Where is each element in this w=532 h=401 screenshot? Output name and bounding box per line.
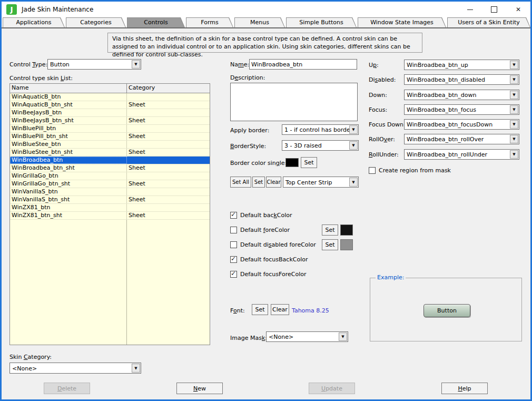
table-row[interactable]: WinAquaticB_btn bbox=[10, 93, 210, 101]
chevron-down-icon[interactable] bbox=[349, 178, 358, 187]
state-select-roll-under[interactable]: WinBroadbea_btn_rollUnder bbox=[404, 149, 519, 160]
table-row[interactable]: WinGrillaGo_btn bbox=[10, 172, 210, 180]
table-row[interactable]: WinGrillaGo_btn_shtSheet bbox=[10, 180, 210, 188]
tab-simple-buttons[interactable]: Simple Buttons bbox=[286, 17, 357, 27]
maximize-button[interactable] bbox=[482, 2, 506, 17]
chevron-down-icon[interactable] bbox=[510, 120, 518, 129]
chevron-down-icon[interactable] bbox=[510, 150, 518, 159]
clear-button[interactable]: Clear bbox=[266, 177, 281, 188]
table-row[interactable]: WinBeeJaysB_btn_shtSheet bbox=[10, 117, 210, 125]
update-button[interactable]: Update bbox=[309, 383, 355, 394]
chevron-down-icon[interactable] bbox=[510, 61, 518, 69]
example-button-label: Button bbox=[437, 307, 457, 314]
chevron-down-icon[interactable] bbox=[339, 332, 347, 341]
image-mask-select[interactable]: <None> bbox=[266, 331, 348, 342]
table-row[interactable]: WinBluePill_btn_shtSheet bbox=[10, 133, 210, 141]
tab-menus[interactable]: Menus bbox=[234, 17, 285, 27]
help-button[interactable]: Help bbox=[441, 383, 488, 394]
table-row[interactable]: WinBlueStee_btn bbox=[10, 141, 210, 149]
table-row[interactable]: WinZX81_btn_shtSheet bbox=[10, 212, 210, 220]
chevron-down-icon[interactable] bbox=[349, 125, 358, 134]
delete-button[interactable]: Delete bbox=[44, 383, 90, 394]
set-all-button[interactable]: Set All bbox=[230, 177, 251, 188]
default-forecolor-checkbox[interactable] bbox=[230, 227, 237, 233]
name-input[interactable] bbox=[249, 59, 357, 70]
cell-category bbox=[127, 93, 210, 101]
chevron-down-icon[interactable] bbox=[132, 364, 140, 373]
column-header-name[interactable]: Name bbox=[10, 84, 127, 93]
table-row[interactable]: WinBlueStee_btn_shtSheet bbox=[10, 149, 210, 157]
minimize-icon bbox=[467, 9, 473, 10]
font-set-button[interactable]: Set bbox=[252, 304, 268, 315]
control-type-label: Control Type: bbox=[9, 61, 47, 68]
font-clear-button[interactable]: Clear bbox=[271, 304, 289, 315]
table-row[interactable]: WinBroadbea_btn_shtSheet bbox=[10, 164, 210, 172]
default-focusforecolor-row: Default focusForeColor bbox=[230, 270, 306, 278]
apply-border-select[interactable]: 1 - if control has border bbox=[282, 124, 359, 135]
close-icon: ✕ bbox=[516, 6, 521, 13]
description-textarea[interactable] bbox=[230, 83, 358, 121]
tab-users-of-a-skin-entity[interactable]: Users of a Skin Entity bbox=[447, 17, 530, 27]
table-row[interactable]: WinZX81_btn bbox=[10, 204, 210, 212]
new-button[interactable]: New bbox=[176, 383, 223, 394]
border-style-value: 3 - 3D raised bbox=[284, 142, 322, 149]
default-backcolor-checkbox[interactable] bbox=[230, 212, 237, 219]
state-select-focus-down[interactable]: WinBroadbea_btn_focusDown bbox=[404, 119, 519, 130]
state-select-focus[interactable]: WinBroadbea_btn_focus bbox=[404, 104, 519, 115]
cell-name: WinBlueStee_btn_sht bbox=[10, 149, 127, 156]
default-focusforecolor-checkbox[interactable] bbox=[230, 271, 237, 278]
cell-category bbox=[127, 125, 210, 132]
cell-name: WinGrillaGo_btn_sht bbox=[10, 180, 127, 188]
state-select-down[interactable]: WinBroadbea_btn_down bbox=[404, 90, 519, 100]
example-button[interactable]: Button bbox=[423, 304, 470, 317]
state-label-roll-over: RollOver: bbox=[369, 136, 395, 143]
close-button[interactable]: ✕ bbox=[506, 2, 530, 17]
create-region-checkbox[interactable] bbox=[369, 167, 376, 174]
chevron-down-icon[interactable] bbox=[510, 91, 518, 99]
set-button[interactable]: Set bbox=[252, 177, 265, 188]
tab-categories[interactable]: Categories bbox=[66, 17, 126, 27]
tab-applications[interactable]: Applications bbox=[3, 17, 65, 27]
strip-select[interactable]: Top Center Strip bbox=[283, 177, 359, 188]
tab-label: Menus bbox=[234, 17, 285, 27]
chevron-down-icon[interactable] bbox=[349, 141, 358, 150]
table-row[interactable]: WinAquaticB_btn_shtSheet bbox=[10, 101, 210, 109]
default-focusbackcolor-checkbox[interactable] bbox=[230, 256, 237, 263]
skin-category-select[interactable]: <None> bbox=[9, 363, 141, 374]
border-style-select[interactable]: 3 - 3D raised bbox=[282, 140, 359, 151]
default-disabled-forecolor-checkbox[interactable] bbox=[230, 241, 237, 248]
forecolor-set-button[interactable]: Set bbox=[322, 224, 338, 236]
state-select-up[interactable]: WinBroadbea_btn_up bbox=[404, 60, 519, 70]
cell-category: Sheet bbox=[127, 117, 210, 124]
cell-name: WinBeeJaysB_btn bbox=[10, 109, 127, 116]
control-type-value: Button bbox=[50, 61, 70, 68]
cell-category: Sheet bbox=[127, 196, 210, 203]
control-type-select[interactable]: Button bbox=[47, 59, 141, 70]
chevron-down-icon[interactable] bbox=[132, 60, 140, 69]
chevron-down-icon[interactable] bbox=[510, 75, 518, 84]
table-row[interactable]: WinBluePill_btn bbox=[10, 125, 210, 133]
default-focusforecolor-label: Default focusForeColor bbox=[240, 271, 306, 278]
table-row[interactable]: WinVanillaS_btn bbox=[10, 188, 210, 196]
tab-forms[interactable]: Forms bbox=[186, 17, 233, 27]
table-row[interactable]: WinBroadbea_btn bbox=[10, 157, 210, 164]
table-row[interactable]: WinVanillaS_btn_shtSheet bbox=[10, 196, 210, 204]
state-select-roll-over[interactable]: WinBroadbea_btn_rollOver bbox=[404, 134, 519, 144]
tab-window-state-images[interactable]: Window State Images bbox=[358, 17, 446, 27]
chevron-down-icon[interactable] bbox=[510, 105, 518, 114]
table-row[interactable]: WinBeeJaysB_btn bbox=[10, 109, 210, 117]
apply-border-label: Apply border: bbox=[230, 127, 269, 134]
minimize-button[interactable] bbox=[458, 2, 482, 17]
disabled-forecolor-swatch bbox=[340, 239, 353, 250]
chevron-down-icon[interactable] bbox=[510, 135, 518, 143]
state-select-disabled[interactable]: WinBroadbea_btn_disabled bbox=[404, 74, 519, 85]
tab-controls[interactable]: Controls bbox=[127, 17, 185, 27]
tab-label: Window State Images bbox=[358, 17, 446, 27]
column-header-category[interactable]: Category bbox=[127, 84, 210, 93]
state-label-roll-under: RollUnder: bbox=[369, 151, 399, 158]
state-label-down: Down: bbox=[369, 92, 387, 99]
border-color-set-button[interactable]: Set bbox=[301, 157, 317, 168]
disabled-forecolor-set-button[interactable]: Set bbox=[322, 239, 338, 250]
description-label: Description: bbox=[230, 74, 265, 81]
create-region-label: Create region from mask bbox=[379, 167, 451, 174]
